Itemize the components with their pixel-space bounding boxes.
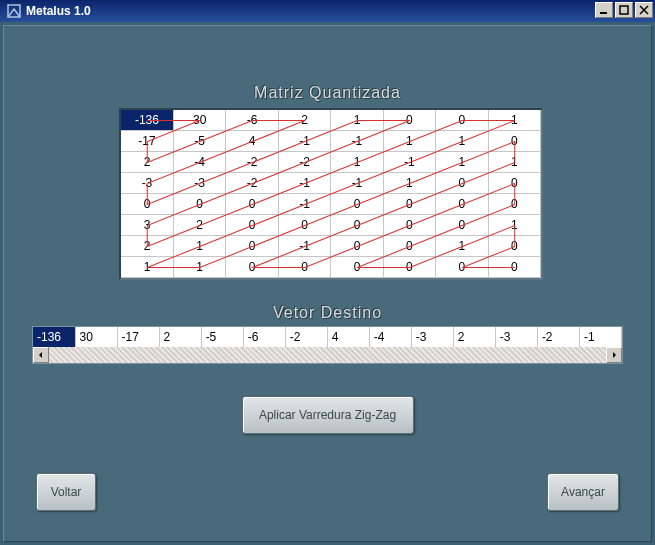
matrix-cell[interactable]: 2: [121, 151, 173, 172]
matrix-cell[interactable]: 0: [226, 256, 278, 277]
matrix-cell[interactable]: -1: [383, 151, 435, 172]
matrix-cell[interactable]: 0: [226, 214, 278, 235]
vector-cell[interactable]: 2: [453, 327, 495, 347]
matrix-cell[interactable]: 2: [121, 235, 173, 256]
scroll-left-button[interactable]: [33, 347, 49, 363]
back-button[interactable]: Voltar: [36, 473, 96, 511]
matrix-cell[interactable]: -1: [278, 130, 330, 151]
matrix-cell[interactable]: 1: [173, 256, 225, 277]
vector-cell[interactable]: -3: [411, 327, 453, 347]
matrix-cell[interactable]: 1: [436, 130, 488, 151]
matrix-cell[interactable]: -1: [278, 193, 330, 214]
matrix-cell[interactable]: 0: [488, 130, 540, 151]
titlebar: Metalus 1.0: [0, 0, 655, 22]
matrix-cell[interactable]: 0: [488, 172, 540, 193]
matrix-cell[interactable]: 1: [436, 235, 488, 256]
matrix-cell[interactable]: 0: [383, 235, 435, 256]
matrix-cell[interactable]: 0: [436, 172, 488, 193]
matrix-cell[interactable]: 1: [488, 151, 540, 172]
matrix-cell[interactable]: 1: [331, 110, 383, 130]
scroll-track[interactable]: [49, 347, 606, 363]
vector-panel: -13630-172-5-6-24-4-32-3-2-1: [32, 326, 623, 364]
matrix-cell[interactable]: 0: [488, 256, 540, 277]
matrix-cell[interactable]: 0: [383, 214, 435, 235]
scroll-right-button[interactable]: [606, 347, 622, 363]
vector-title: Vetor Destino: [4, 304, 651, 322]
matrix-cell[interactable]: -2: [226, 151, 278, 172]
matrix-cell[interactable]: 1: [383, 172, 435, 193]
matrix-cell[interactable]: -5: [173, 130, 225, 151]
vector-grid[interactable]: -13630-172-5-6-24-4-32-3-2-1: [32, 326, 623, 364]
matrix-cell[interactable]: 1: [436, 151, 488, 172]
svg-rect-1: [600, 12, 607, 14]
matrix-cell[interactable]: 0: [331, 235, 383, 256]
matrix-cell[interactable]: 1: [488, 110, 540, 130]
matrix-cell[interactable]: 1: [488, 214, 540, 235]
matrix-cell[interactable]: 2: [173, 214, 225, 235]
matrix-grid[interactable]: -13630-621001-17-54-1-11102-4-2-21-111-3…: [119, 108, 543, 280]
client-area: Matriz Quantizada -13630-621001-17-54-1-…: [3, 25, 652, 542]
vector-cell[interactable]: -6: [243, 327, 285, 347]
matrix-cell[interactable]: 0: [436, 110, 488, 130]
vector-cell[interactable]: -136: [33, 327, 75, 347]
matrix-cell[interactable]: -2: [278, 151, 330, 172]
vector-cell[interactable]: -4: [369, 327, 411, 347]
minimize-button[interactable]: [595, 2, 613, 18]
vector-cell[interactable]: -5: [201, 327, 243, 347]
matrix-cell[interactable]: 0: [383, 256, 435, 277]
matrix-cell[interactable]: 0: [436, 214, 488, 235]
matrix-cell[interactable]: -1: [331, 130, 383, 151]
matrix-cell[interactable]: -1: [278, 172, 330, 193]
vector-cell[interactable]: 2: [159, 327, 201, 347]
matrix-cell[interactable]: 0: [278, 214, 330, 235]
matrix-cell[interactable]: 1: [331, 151, 383, 172]
window-title: Metalus 1.0: [26, 4, 91, 18]
matrix-cell[interactable]: 0: [383, 193, 435, 214]
matrix-cell[interactable]: 0: [226, 193, 278, 214]
matrix-cell[interactable]: 0: [121, 193, 173, 214]
matrix-cell[interactable]: -6: [226, 110, 278, 130]
svg-rect-2: [620, 6, 628, 14]
matrix-cell[interactable]: 0: [331, 193, 383, 214]
vector-cell[interactable]: -2: [285, 327, 327, 347]
vector-cell[interactable]: -3: [495, 327, 537, 347]
next-button[interactable]: Avançar: [547, 473, 619, 511]
matrix-cell[interactable]: 0: [173, 193, 225, 214]
matrix-cell[interactable]: 0: [436, 193, 488, 214]
matrix-cell[interactable]: 3: [121, 214, 173, 235]
matrix-cell[interactable]: -3: [173, 172, 225, 193]
matrix-cell[interactable]: 30: [173, 110, 225, 130]
matrix-title: Matriz Quantizada: [4, 84, 651, 102]
vector-cell[interactable]: -1: [579, 327, 621, 347]
apply-zigzag-button[interactable]: Aplicar Varredura Zig-Zag: [242, 396, 414, 434]
vector-cell[interactable]: -17: [117, 327, 159, 347]
vector-scrollbar[interactable]: [33, 347, 622, 363]
close-button[interactable]: [635, 2, 653, 18]
matrix-cell[interactable]: 1: [173, 235, 225, 256]
matrix-cell[interactable]: -3: [121, 172, 173, 193]
matrix-cell[interactable]: -17: [121, 130, 173, 151]
matrix-cell[interactable]: -1: [331, 172, 383, 193]
vector-cell[interactable]: 30: [75, 327, 117, 347]
matrix-cell[interactable]: 0: [436, 256, 488, 277]
maximize-button[interactable]: [615, 2, 633, 18]
matrix-cell[interactable]: -2: [226, 172, 278, 193]
matrix-cell[interactable]: 0: [383, 110, 435, 130]
matrix-cell[interactable]: 4: [226, 130, 278, 151]
matrix-cell[interactable]: 0: [488, 193, 540, 214]
vector-cell[interactable]: 4: [327, 327, 369, 347]
matrix-cell[interactable]: 1: [383, 130, 435, 151]
matrix-cell[interactable]: -136: [121, 110, 173, 130]
matrix-cell[interactable]: -1: [278, 235, 330, 256]
matrix-cell[interactable]: 0: [331, 214, 383, 235]
matrix-cell[interactable]: -4: [173, 151, 225, 172]
matrix-cell[interactable]: 0: [488, 235, 540, 256]
matrix-cell[interactable]: 0: [278, 256, 330, 277]
matrix-cell[interactable]: 1: [121, 256, 173, 277]
matrix-cell[interactable]: 0: [331, 256, 383, 277]
app-icon: [6, 3, 22, 19]
vector-cell[interactable]: -2: [537, 327, 579, 347]
matrix-cell[interactable]: 2: [278, 110, 330, 130]
matrix-cell[interactable]: 0: [226, 235, 278, 256]
